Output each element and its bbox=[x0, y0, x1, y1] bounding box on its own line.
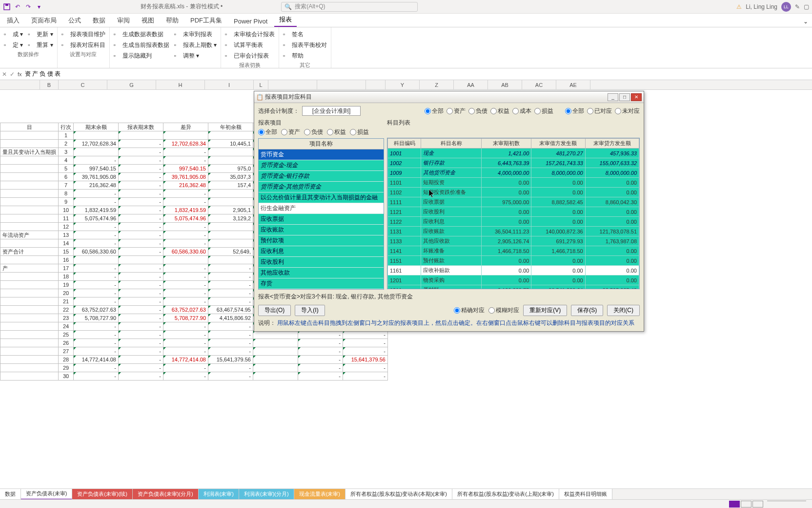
row-num[interactable]: 9 bbox=[59, 198, 74, 206]
col-header[interactable] bbox=[366, 80, 386, 89]
cell[interactable]: 1102 bbox=[388, 188, 421, 197]
cell[interactable]: 预付账款 bbox=[421, 256, 482, 266]
account-list[interactable]: 科目编码科目名称末审期初数末审借方发生额末审贷方发生额1001现金1,421.0… bbox=[387, 138, 640, 289]
cell[interactable]: 原材料 bbox=[421, 285, 482, 290]
cell[interactable]: 5,708,727.90 bbox=[74, 314, 119, 322]
cell[interactable]: 8,882,582.45 bbox=[531, 197, 585, 207]
col-header[interactable]: AB bbox=[488, 80, 522, 89]
cell[interactable]: 36,504,111.23 bbox=[482, 227, 531, 236]
cell[interactable]: - bbox=[119, 198, 163, 206]
radio-l-equity[interactable]: 权益 bbox=[327, 128, 346, 136]
cell[interactable]: 216,362.48 bbox=[163, 181, 208, 190]
list-item[interactable]: 货币资金 bbox=[259, 149, 384, 160]
tab-公式[interactable]: 公式 bbox=[63, 14, 86, 27]
fx-icon[interactable]: fx bbox=[18, 71, 22, 77]
cell[interactable]: 其他应收款 bbox=[421, 236, 482, 246]
cell[interactable]: - bbox=[119, 181, 163, 190]
cell[interactable]: 98,541,269.64 bbox=[531, 285, 585, 290]
cell[interactable]: - bbox=[74, 297, 119, 306]
row-num[interactable]: 1 bbox=[59, 131, 74, 140]
cell[interactable]: 4,415,806.92 bbox=[208, 314, 253, 322]
cell[interactable]: - bbox=[119, 372, 163, 381]
tab-审阅[interactable]: 审阅 bbox=[112, 14, 135, 27]
cell[interactable]: 0.00 bbox=[585, 266, 639, 275]
cell[interactable]: - bbox=[119, 273, 163, 281]
radio-fuzzy[interactable]: 模糊对应 bbox=[488, 306, 519, 315]
cell[interactable]: 6,443,763.39 bbox=[482, 158, 531, 168]
cell[interactable]: 975,000.00 bbox=[482, 197, 531, 207]
row-label[interactable]: 年流动资产 bbox=[0, 231, 59, 239]
row-label[interactable] bbox=[0, 339, 59, 347]
cell[interactable]: 其他货币资金 bbox=[421, 168, 482, 178]
ribbon-item[interactable]: ▫调整 ▾ bbox=[174, 51, 217, 61]
accounting-system-select[interactable]: [企业会计准则] bbox=[302, 106, 361, 116]
qat-more-icon[interactable]: ▾ bbox=[35, 3, 43, 11]
cell[interactable]: 应收账款 bbox=[421, 227, 482, 236]
row-num[interactable]: 5 bbox=[59, 165, 74, 173]
cell[interactable] bbox=[208, 190, 253, 198]
cell[interactable]: 52,649, bbox=[208, 248, 253, 256]
cell[interactable]: - bbox=[74, 223, 119, 231]
col-header[interactable]: I bbox=[205, 80, 254, 89]
ribbon-item[interactable]: ▫未审到报表 bbox=[174, 29, 217, 39]
cell[interactable]: 63,467,574.95 bbox=[208, 306, 253, 314]
cell[interactable]: - bbox=[74, 190, 119, 198]
cell[interactable]: 997,540.15 bbox=[74, 165, 119, 173]
cell[interactable]: 5,075,474.96 bbox=[163, 214, 208, 223]
close-button[interactable]: ✕ bbox=[631, 93, 642, 101]
cell[interactable]: - bbox=[119, 322, 163, 331]
cell[interactable]: - bbox=[119, 281, 163, 289]
cell[interactable]: - bbox=[163, 331, 208, 339]
cell[interactable]: - bbox=[119, 156, 163, 165]
cell[interactable]: 应收利息 bbox=[421, 217, 482, 227]
cell[interactable]: 0.00 bbox=[482, 256, 531, 266]
cell[interactable]: 96,595,025.43 bbox=[585, 285, 639, 290]
undo-icon[interactable]: ↶ bbox=[14, 3, 21, 11]
cell[interactable]: - bbox=[119, 223, 163, 231]
cell[interactable]: - bbox=[119, 356, 163, 364]
row-label[interactable] bbox=[0, 131, 59, 140]
col-header[interactable]: B bbox=[40, 80, 59, 89]
cell[interactable]: 10,445,1 bbox=[208, 140, 253, 148]
col-header[interactable]: AE bbox=[556, 80, 590, 89]
cell[interactable]: - bbox=[119, 297, 163, 306]
cell[interactable] bbox=[208, 231, 253, 239]
cell[interactable]: - bbox=[74, 289, 119, 297]
cell[interactable]: - bbox=[119, 173, 163, 181]
cell[interactable]: 0.00 bbox=[531, 178, 585, 188]
cell[interactable]: 35,037,3 bbox=[208, 173, 253, 181]
cell[interactable]: - bbox=[343, 347, 388, 356]
cell[interactable]: - bbox=[343, 331, 388, 339]
cell[interactable]: 物资采购 bbox=[421, 275, 482, 285]
radio-l-all[interactable]: 全部 bbox=[258, 128, 277, 136]
radio-l-liab[interactable]: 负债 bbox=[304, 128, 323, 136]
cell[interactable]: 8,000,000.00 bbox=[531, 168, 585, 178]
cell[interactable]: - bbox=[163, 190, 208, 198]
cell[interactable]: 1111 bbox=[388, 197, 421, 207]
cell[interactable]: 1211 bbox=[388, 285, 421, 290]
cell[interactable]: 坏账准备 bbox=[421, 246, 482, 256]
cell[interactable]: 14,772,414.08 bbox=[163, 356, 208, 364]
ribbon-item[interactable]: ▫生成当前报表数据 bbox=[114, 40, 169, 50]
row-label[interactable] bbox=[0, 289, 59, 297]
sheet-tab[interactable]: 所有者权益(股东权益)变动表(上期)(未审) bbox=[452, 489, 559, 499]
col-header[interactable]: C bbox=[59, 80, 107, 89]
ribbon-item[interactable]: ▫签名 bbox=[283, 29, 327, 39]
list-item[interactable]: 存货 bbox=[259, 278, 384, 289]
col-header[interactable]: H bbox=[156, 80, 205, 89]
cell[interactable]: - bbox=[208, 273, 253, 281]
cell[interactable]: - bbox=[163, 322, 208, 331]
cell[interactable]: - bbox=[298, 339, 343, 347]
cell[interactable]: - bbox=[119, 364, 163, 372]
table-header[interactable]: 行次 bbox=[59, 123, 74, 131]
cell[interactable]: 15,641,379.56 bbox=[208, 356, 253, 364]
cell[interactable]: 481,270.27 bbox=[531, 148, 585, 158]
view-layout-icon[interactable] bbox=[741, 501, 751, 508]
confirm-icon[interactable]: ✓ bbox=[10, 71, 15, 78]
cell[interactable]: - bbox=[74, 198, 119, 206]
cell[interactable] bbox=[163, 131, 208, 140]
view-normal-icon[interactable] bbox=[729, 501, 740, 508]
ribbon-item[interactable]: ▫生成数据表数据 bbox=[114, 29, 169, 39]
cell[interactable]: 216,362.48 bbox=[74, 181, 119, 190]
row-label[interactable] bbox=[0, 190, 59, 198]
